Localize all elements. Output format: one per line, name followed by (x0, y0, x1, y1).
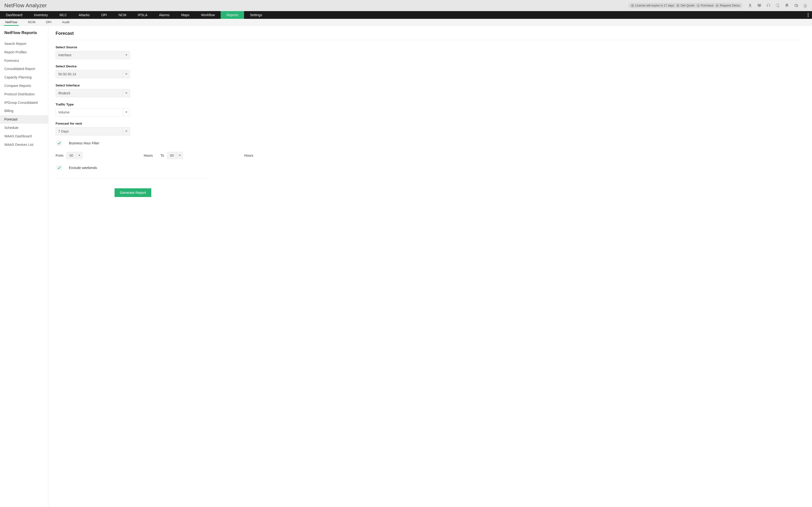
select-traffic-type-value: Volume (56, 108, 123, 116)
topbar-right: ◷ License will expire in 17 days $ Get Q… (628, 3, 808, 8)
search-icon[interactable] (775, 3, 780, 8)
generate-report-button[interactable]: Generate Report (114, 188, 151, 197)
select-source[interactable]: Interface (56, 51, 130, 59)
select-source-value: Interface (56, 51, 123, 59)
svg-point-4 (808, 16, 809, 17)
clock-icon: ◷ (631, 4, 634, 7)
side-capacity-planning[interactable]: Capacity Planning (0, 73, 48, 81)
label-exclude-weekends: Exclude weekends (69, 166, 97, 170)
chevron-down-icon (123, 51, 130, 59)
snav-ncm[interactable]: NCM (23, 19, 41, 25)
nav-dpi[interactable]: DPI (95, 11, 113, 19)
side-protocol-distribution[interactable]: Protocol Distribution (0, 90, 48, 99)
checkbox-business-hour-filter[interactable] (57, 141, 62, 146)
secondary-nav: NetFlow NCM DPI Audit (0, 19, 812, 25)
side-waas-dashboard[interactable]: WAAS Dashboard (0, 132, 48, 140)
purchase-text: Purchase (701, 4, 714, 7)
side-billing[interactable]: Billing (0, 107, 48, 115)
cart-icon: ⌂ (697, 4, 700, 7)
side-ipgroup-consolidated[interactable]: IPGroup Consolidated (0, 99, 48, 107)
request-demo-link[interactable]: ▸ Request Demo (716, 4, 740, 7)
field-exclude-weekends: Exclude weekends (56, 165, 805, 170)
presentation-icon[interactable] (757, 3, 762, 8)
select-interface-value: IfIndex5 (56, 89, 123, 97)
bell-icon[interactable] (784, 3, 789, 8)
check-icon (57, 166, 61, 169)
select-interface[interactable]: IfIndex5 (56, 89, 130, 97)
label-business-hour-filter: Business Hour Filter (69, 141, 99, 145)
field-select-source: Select Source Interface (56, 45, 805, 59)
side-consolidated-report[interactable]: Consolidated Report (0, 65, 48, 73)
label-select-device: Select Device (56, 64, 805, 68)
submit-wrap: Generate Report (56, 188, 210, 197)
kebab-menu-icon[interactable] (804, 11, 812, 19)
svg-point-3 (808, 14, 809, 15)
field-forecast-for-next: Forecast for next 7 Days (56, 122, 805, 135)
nav-maps[interactable]: Maps (175, 11, 195, 19)
get-quote-text: Get Quote (680, 4, 695, 7)
request-demo-text: Request Demo (720, 4, 740, 7)
nav-inventory[interactable]: Inventory (28, 11, 54, 19)
chevron-down-icon (123, 89, 130, 97)
side-compare-reports[interactable]: Compare Reports (0, 81, 48, 90)
page-title: Forecast (56, 31, 805, 36)
snav-dpi[interactable]: DPI (41, 19, 57, 25)
side-schedule[interactable]: Schedule (0, 124, 48, 132)
label-select-source: Select Source (56, 45, 805, 49)
dollar-icon: $ (676, 4, 679, 7)
play-icon: ▸ (716, 4, 719, 7)
nav-settings[interactable]: Settings (244, 11, 268, 19)
side-forensics[interactable]: Forensics (0, 56, 48, 65)
chevron-down-icon (176, 152, 183, 159)
select-forecast-for-next[interactable]: 7 Days (56, 127, 130, 135)
side-waas-devices-list[interactable]: WAAS Devices List (0, 140, 48, 149)
label-traffic-type: Traffic Type (56, 103, 805, 106)
chevron-down-icon (123, 70, 130, 78)
primary-nav: Dashboard Inventory WLC Attacks DPI NCM … (0, 11, 812, 19)
top-icon-group (748, 3, 808, 8)
nav-reports[interactable]: Reports (221, 11, 244, 19)
chevron-down-icon (123, 127, 130, 135)
select-to-hours-value: 00 (167, 152, 176, 159)
checkbox-exclude-weekends[interactable] (57, 165, 62, 170)
nav-ncm[interactable]: NCM (113, 11, 132, 19)
label-from-unit: Hours (144, 154, 153, 157)
get-quote-link[interactable]: $ Get Quote (676, 4, 695, 7)
check-icon (57, 142, 61, 145)
snav-netflow[interactable]: NetFlow (0, 19, 23, 25)
select-to-hours[interactable]: 00 (167, 152, 242, 159)
nav-workflow[interactable]: Workflow (195, 11, 221, 19)
select-traffic-type[interactable]: Volume (56, 108, 130, 116)
label-to: To (160, 154, 164, 157)
field-select-interface: Select Interface IfIndex5 (56, 83, 805, 97)
nav-alarms[interactable]: Alarms (153, 11, 175, 19)
svg-point-1 (805, 4, 806, 6)
nav-attacks[interactable]: Attacks (73, 11, 95, 19)
nav-dashboard[interactable]: Dashboard (0, 11, 28, 19)
field-select-device: Select Device 50.50.50.14 (56, 64, 805, 78)
select-device[interactable]: 50.50.50.14 (56, 70, 130, 78)
select-forecast-for-next-value: 7 Days (56, 127, 123, 135)
label-forecast-for-next: Forecast for next (56, 122, 805, 125)
field-business-hour-filter: Business Hour Filter (56, 141, 805, 146)
select-from-hours[interactable]: 00 (66, 152, 141, 159)
nav-wlc[interactable]: WLC (54, 11, 73, 19)
select-from-hours-value: 00 (66, 152, 76, 159)
purchase-link[interactable]: ⌂ Purchase (697, 4, 714, 7)
side-forecast[interactable]: Forecast (0, 115, 48, 124)
user-avatar-icon[interactable] (803, 3, 808, 8)
select-device-value: 50.50.50.14 (56, 70, 123, 78)
nav-ipsla[interactable]: IPSLA (132, 11, 153, 19)
headset-icon[interactable] (766, 3, 771, 8)
gear-icon[interactable] (794, 3, 799, 8)
topbar: NetFlow Analyzer ◷ License will expire i… (0, 0, 812, 11)
side-report-profiles[interactable]: Report Profiles (0, 48, 48, 56)
title-rule (56, 40, 805, 40)
content: NetFlow Reports Search Report Report Pro… (0, 25, 812, 507)
side-search-report[interactable]: Search Report (0, 40, 48, 48)
form-divider (56, 178, 210, 179)
main-panel: Forecast Select Source Interface Select … (48, 25, 812, 507)
snav-audit[interactable]: Audit (57, 19, 75, 25)
svg-point-2 (808, 13, 809, 14)
rocket-icon[interactable] (748, 3, 753, 8)
